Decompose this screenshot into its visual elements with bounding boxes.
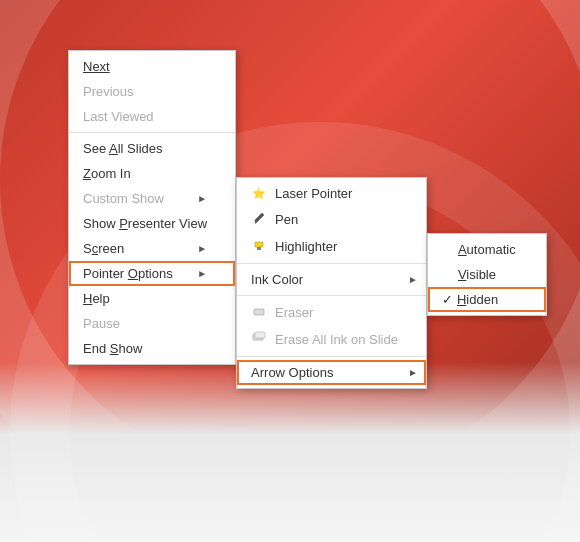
pointer-options-arrow-icon: ►: [197, 268, 207, 279]
menu-item-previous: Previous: [69, 79, 235, 104]
menu-item-arrow-options[interactable]: Arrow Options ►: [237, 360, 426, 385]
arrow-options-arrow-icon: ►: [408, 367, 418, 378]
svg-rect-0: [255, 242, 263, 247]
laser-pointer-icon: ⭐: [251, 187, 267, 200]
hidden-checkmark-icon: ✓: [442, 292, 453, 307]
automatic-check-placeholder: [442, 242, 458, 257]
menu-item-laser-pointer[interactable]: ⭐ Laser Pointer: [237, 181, 426, 206]
menu-item-ink-color[interactable]: Ink Color ►: [237, 267, 426, 292]
menu-item-see-all-slides[interactable]: See All Slides: [69, 136, 235, 161]
menu-item-hidden[interactable]: ✓ Hidden: [428, 287, 546, 312]
highlighter-icon: [251, 238, 267, 255]
menu-item-highlighter[interactable]: Highlighter: [237, 233, 426, 260]
separator-pointer-3: [237, 356, 426, 357]
menu-item-help[interactable]: Help: [69, 286, 235, 311]
pointer-options-submenu: ⭐ Laser Pointer Pen Highlighter Ink Colo…: [236, 177, 427, 389]
menu-item-custom-show: Custom Show ►: [69, 186, 235, 211]
ink-color-arrow-icon: ►: [408, 274, 418, 285]
separator-1: [69, 132, 235, 133]
pen-icon: [251, 211, 267, 228]
menu-item-automatic[interactable]: Automatic: [428, 237, 546, 262]
main-context-menu: Next Previous Last Viewed See All Slides…: [68, 50, 236, 365]
menu-item-end-show[interactable]: End Show: [69, 336, 235, 361]
menu-container: Next Previous Last Viewed See All Slides…: [68, 50, 547, 389]
separator-pointer-1: [237, 263, 426, 264]
menu-item-visible[interactable]: Visible: [428, 262, 546, 287]
menu-item-erase-all-ink: Erase All Ink on Slide: [237, 326, 426, 353]
menu-item-next[interactable]: Next: [69, 54, 235, 79]
menu-item-zoom-in[interactable]: Zoom In: [69, 161, 235, 186]
arrow-options-submenu: Automatic Visible ✓ Hidden: [427, 233, 547, 316]
menu-item-pen[interactable]: Pen: [237, 206, 426, 233]
separator-pointer-2: [237, 295, 426, 296]
menu-item-screen[interactable]: Screen ►: [69, 236, 235, 261]
svg-rect-3: [255, 332, 265, 338]
menu-item-pause: Pause: [69, 311, 235, 336]
screen-arrow-icon: ►: [197, 243, 207, 254]
slide-bottom-gradient: [0, 362, 580, 542]
menu-item-eraser: Eraser: [237, 299, 426, 326]
menu-item-show-presenter-view[interactable]: Show Presenter View: [69, 211, 235, 236]
svg-rect-1: [254, 309, 264, 315]
eraser-icon: [251, 304, 267, 321]
custom-show-arrow-icon: ►: [197, 193, 207, 204]
menu-item-last-viewed: Last Viewed: [69, 104, 235, 129]
erase-all-ink-icon: [251, 331, 267, 348]
menu-item-pointer-options[interactable]: Pointer Options ►: [69, 261, 235, 286]
visible-check-placeholder: [442, 267, 458, 282]
